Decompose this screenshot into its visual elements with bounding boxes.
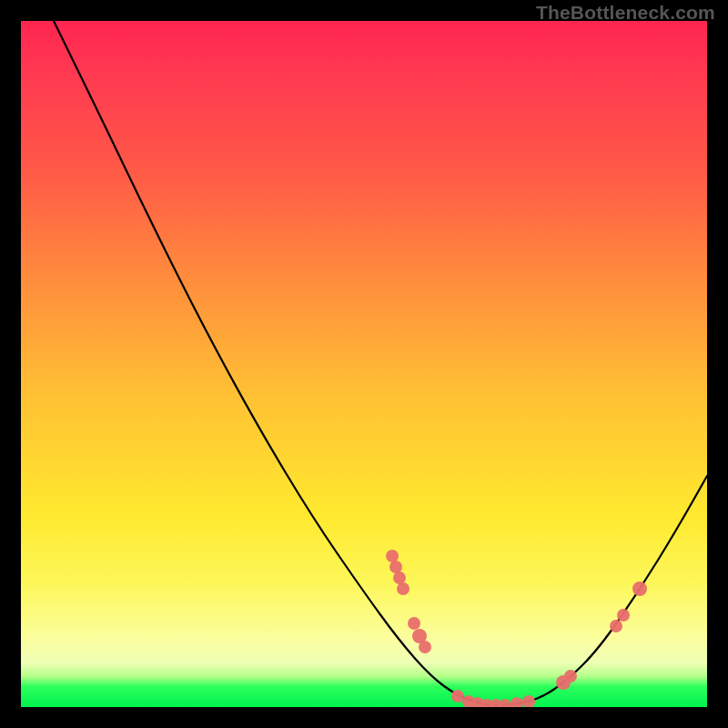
data-marker [386, 550, 399, 562]
data-marker [451, 690, 464, 703]
data-marker [389, 561, 402, 573]
data-marker [419, 641, 431, 653]
bottleneck-curve [54, 21, 707, 705]
data-marker [499, 699, 511, 707]
watermark-text: TheBottleneck.com [536, 2, 715, 24]
plot-area [21, 21, 707, 707]
data-marker [610, 620, 622, 632]
data-marker [408, 617, 420, 630]
data-marker [511, 697, 523, 707]
data-marker [564, 670, 577, 682]
data-markers [386, 550, 647, 707]
data-marker [617, 609, 630, 622]
data-marker [522, 695, 535, 707]
data-marker [632, 581, 647, 596]
chart-overlay-svg [21, 21, 707, 707]
page-root: TheBottleneck.com [0, 0, 728, 728]
data-marker [393, 571, 406, 584]
data-marker [397, 582, 410, 595]
